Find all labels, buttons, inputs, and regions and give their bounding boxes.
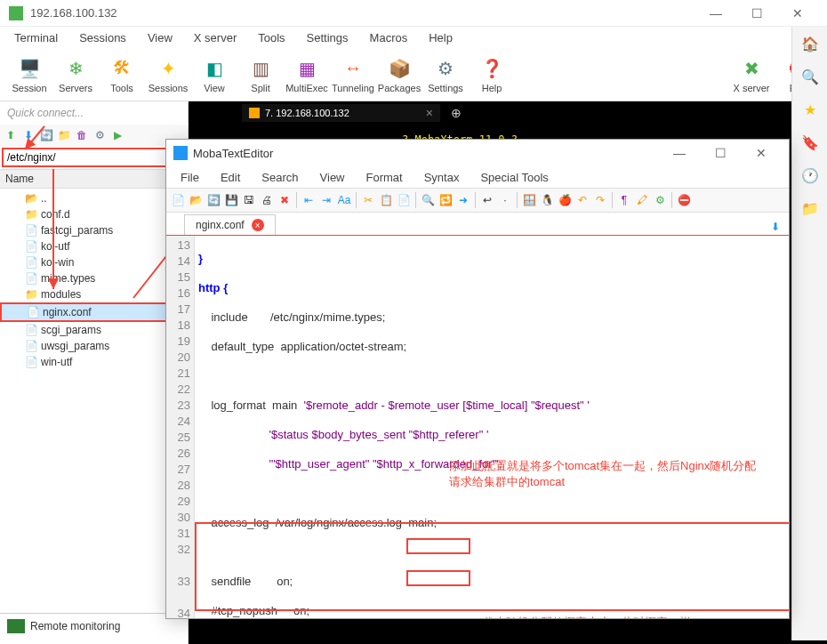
new-folder-icon[interactable]: 📁 xyxy=(57,128,71,142)
print-icon[interactable]: 🖨 xyxy=(259,192,275,208)
editor-menu-edit[interactable]: Edit xyxy=(210,169,251,186)
cut-icon[interactable]: ✂ xyxy=(360,192,376,208)
menu-macros[interactable]: Macros xyxy=(359,29,419,46)
wordwrap-icon[interactable]: ↩ xyxy=(479,192,495,208)
editor-minimize-button[interactable]: — xyxy=(659,140,700,166)
menu-settings[interactable]: Settings xyxy=(296,29,359,46)
folder-icon[interactable]: 📁 xyxy=(801,200,819,217)
editor-maximize-button[interactable]: ☐ xyxy=(700,140,741,166)
pilcrow-icon[interactable]: ¶ xyxy=(616,192,632,208)
copy-icon[interactable]: 📋 xyxy=(378,192,394,208)
tree-item-uwsgi[interactable]: 📄uwsgi_params xyxy=(0,338,188,354)
goto-icon[interactable]: ➜ xyxy=(455,192,471,208)
menu-terminal[interactable]: Terminal xyxy=(4,29,68,46)
home-icon[interactable]: 🏠 xyxy=(801,36,819,52)
path-input[interactable] xyxy=(2,148,182,167)
gutter-line: 22 xyxy=(166,382,190,398)
editor-tab-close-icon[interactable]: × xyxy=(252,219,264,231)
tree-item-modules[interactable]: 📁modules xyxy=(0,286,188,302)
star-icon[interactable]: ★ xyxy=(804,101,816,118)
save-icon[interactable]: 💾 xyxy=(223,192,239,208)
toolbar-view-button[interactable]: ◧View xyxy=(192,54,237,95)
redo-icon[interactable]: ↷ xyxy=(592,192,608,208)
quick-connect-input[interactable]: Quick connect... xyxy=(0,103,189,123)
mac-icon[interactable]: 🍎 xyxy=(557,192,573,208)
close-file-icon[interactable]: ✖ xyxy=(277,192,293,208)
terminal-icon[interactable]: ▶ xyxy=(110,128,124,142)
follow-terminal-checkbox[interactable]: Follow terminal folder xyxy=(0,639,188,644)
undo-icon[interactable]: ↶ xyxy=(574,192,590,208)
tree-item-scgi[interactable]: 📄scgi_params xyxy=(0,322,188,338)
remote-monitoring-toggle[interactable]: Remote monitoring xyxy=(0,613,188,639)
toolbar-settings-button[interactable]: ⚙Settings xyxy=(423,54,468,95)
refresh-icon[interactable]: 🔄 xyxy=(39,128,53,142)
toolbar-split-button[interactable]: ▥Split xyxy=(238,54,283,95)
outdent-icon[interactable]: ⇤ xyxy=(301,192,317,208)
editor-menu-syntax[interactable]: Syntax xyxy=(414,169,470,186)
exit-editor-icon[interactable]: ⛔ xyxy=(676,192,692,208)
editor-tab-nginxconf[interactable]: nginx.conf × xyxy=(184,214,276,235)
editor-close-button[interactable]: ✕ xyxy=(741,140,782,166)
session-tab[interactable]: 7. 192.168.100.132 × xyxy=(242,104,440,122)
tree-header-name[interactable]: Name xyxy=(0,169,188,189)
find-icon[interactable]: 🔍 xyxy=(420,192,436,208)
tree-item-confd[interactable]: 📁conf.d xyxy=(0,206,188,222)
toolbar-servers-button[interactable]: ❄Servers xyxy=(53,54,98,95)
menu-help[interactable]: Help xyxy=(418,29,463,46)
new-icon[interactable]: 📄 xyxy=(170,192,186,208)
session-tab-add-icon[interactable]: ⊕ xyxy=(451,106,462,120)
session-tab-close-icon[interactable]: × xyxy=(426,106,433,120)
whitespace-icon[interactable]: · xyxy=(497,192,513,208)
gear-icon[interactable]: ⚙ xyxy=(652,192,668,208)
paste-icon[interactable]: 📄 xyxy=(396,192,412,208)
tree-item-up[interactable]: 📂.. xyxy=(0,190,188,206)
toolbar-sessions-button[interactable]: ✦Sessions xyxy=(146,54,190,95)
tree-item-koiutf[interactable]: 📄koi-utf xyxy=(0,238,188,254)
close-button[interactable]: ✕ xyxy=(777,0,818,27)
file-icon: 📄 xyxy=(25,256,37,269)
reload-icon[interactable]: 🔄 xyxy=(205,192,221,208)
editor-menu-view[interactable]: View xyxy=(309,169,356,186)
maximize-button[interactable]: ☐ xyxy=(736,0,777,27)
editor-menu-file[interactable]: File xyxy=(170,169,210,186)
tree-item-koiwin[interactable]: 📄koi-win xyxy=(0,254,188,270)
search-icon[interactable]: 🔍 xyxy=(801,68,819,85)
togglecase-icon[interactable]: Aa xyxy=(336,192,352,208)
scroll-down-icon[interactable]: ⬇ xyxy=(767,219,783,235)
tree-item-mimetypes[interactable]: 📄mime.types xyxy=(0,270,188,286)
properties-icon[interactable]: ⚙ xyxy=(92,128,107,142)
editor-body[interactable]: 1314151617181920212223242526272829303132… xyxy=(166,236,789,618)
toolbar-packages-button[interactable]: 📦Packages xyxy=(377,54,422,95)
windows-icon[interactable]: 🪟 xyxy=(521,192,537,208)
editor-menu-format[interactable]: Format xyxy=(356,169,414,186)
highlighter-icon[interactable]: 🖍 xyxy=(634,192,650,208)
minimize-button[interactable]: — xyxy=(695,0,736,27)
download-icon[interactable]: ⬇ xyxy=(21,128,36,142)
bookmark-icon[interactable]: 🔖 xyxy=(801,134,819,151)
tree-item-winutf[interactable]: 📄win-utf xyxy=(0,354,188,370)
toolbar-session-button[interactable]: 🖥️Session xyxy=(7,54,52,95)
open-icon[interactable]: 📂 xyxy=(188,192,204,208)
toolbar-multiexec-button[interactable]: ▦MultiExec xyxy=(285,54,329,95)
saveall-icon[interactable]: 🖫 xyxy=(241,192,257,208)
delete-icon[interactable]: 🗑 xyxy=(75,128,89,142)
menu-view[interactable]: View xyxy=(137,29,183,46)
toolbar-tunneling-button[interactable]: ↔Tunneling xyxy=(331,54,375,95)
tree-item-fastcgi[interactable]: 📄fastcgi_params xyxy=(0,222,188,238)
editor-menu-search[interactable]: Search xyxy=(251,169,309,186)
code-area[interactable]: } http { include /etc/nginx/mime.types; … xyxy=(195,236,789,618)
toolbar-tools-button[interactable]: 🛠Tools xyxy=(100,54,144,95)
toolbar-xserver-button[interactable]: ✖X server xyxy=(729,54,774,95)
menu-tools[interactable]: Tools xyxy=(247,29,295,46)
menu-xserver[interactable]: X server xyxy=(183,29,247,46)
file-icon: 📄 xyxy=(25,224,37,237)
linux-icon[interactable]: 🐧 xyxy=(539,192,555,208)
upload-icon[interactable]: ⬆ xyxy=(4,128,18,142)
clock-icon[interactable]: 🕐 xyxy=(801,167,819,184)
indent-icon[interactable]: ⇥ xyxy=(318,192,334,208)
toolbar-help-button[interactable]: ❓Help xyxy=(470,54,514,95)
menu-sessions[interactable]: Sessions xyxy=(68,29,137,46)
replace-icon[interactable]: 🔁 xyxy=(438,192,454,208)
editor-menu-specialtools[interactable]: Special Tools xyxy=(470,169,558,186)
tree-item-nginxconf[interactable]: 📄nginx.conf xyxy=(0,302,188,322)
